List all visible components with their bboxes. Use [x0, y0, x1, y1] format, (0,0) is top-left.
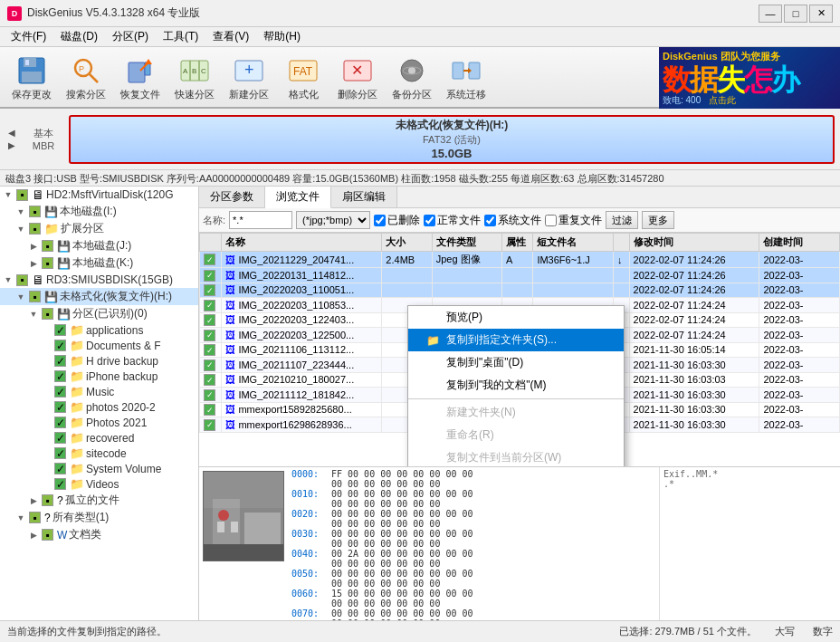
tree-item[interactable]: ▼▪💾本地磁盘(I:): [0, 203, 198, 220]
tree-checkbox[interactable]: ✓: [54, 324, 66, 336]
tree-checkbox[interactable]: ▪: [29, 291, 41, 302]
tree-item[interactable]: ✓📁Music: [0, 384, 198, 399]
recover-files-button[interactable]: 恢复文件: [114, 51, 167, 103]
row-check[interactable]: ✓: [200, 298, 222, 313]
tree-checkbox[interactable]: ▪: [42, 240, 53, 252]
tree-item[interactable]: ▼▪💾分区(已识别)(0): [0, 305, 198, 322]
row-check[interactable]: ✓: [200, 328, 222, 343]
quick-partition-button[interactable]: A B C 快速分区: [168, 51, 221, 103]
file-checkbox[interactable]: ✓: [204, 359, 215, 371]
tab-扇区编辑[interactable]: 扇区编辑: [331, 187, 397, 207]
tree-expand-icon[interactable]: [40, 340, 52, 352]
tree-checkbox[interactable]: ▪: [16, 274, 28, 286]
tree-expand-icon[interactable]: [40, 355, 52, 368]
row-check[interactable]: ✓: [200, 417, 222, 433]
tree-checkbox[interactable]: ▪: [16, 189, 28, 201]
tree-checkbox[interactable]: ✓: [54, 463, 66, 474]
tree-checkbox[interactable]: ▪: [42, 494, 53, 506]
col-created[interactable]: 创建时间: [759, 234, 840, 252]
tree-item[interactable]: ▼▪?所有类型(1): [0, 509, 198, 526]
filter-button[interactable]: 过滤: [606, 211, 638, 229]
col-shortname[interactable]: 短文件名: [533, 234, 614, 252]
tree-checkbox[interactable]: ▪: [29, 223, 41, 235]
name-filter-input[interactable]: [229, 211, 292, 229]
file-checkbox[interactable]: ✓: [204, 284, 215, 296]
tree-expand-icon[interactable]: [40, 370, 52, 383]
col-down[interactable]: [613, 234, 629, 252]
tree-item[interactable]: ✓📁iPhone backup: [0, 369, 198, 384]
tree-item[interactable]: ▶▪W文档类: [0, 526, 198, 543]
menu-item-h[interactable]: 帮助(H): [256, 27, 308, 46]
row-check[interactable]: ✓: [200, 342, 222, 358]
tree-expand-icon[interactable]: ▶: [27, 240, 40, 253]
tab-分区参数[interactable]: 分区参数: [199, 187, 265, 207]
duplicate-checkbox[interactable]: 重复文件: [545, 213, 602, 228]
tree-checkbox[interactable]: ✓: [54, 478, 66, 490]
col-name[interactable]: 名称: [222, 234, 382, 252]
col-attr[interactable]: 属性: [502, 234, 533, 252]
row-check[interactable]: ✓: [200, 283, 222, 298]
file-checkbox[interactable]: ✓: [204, 254, 215, 265]
tree-expand-icon[interactable]: [40, 463, 52, 475]
tree-expand-icon[interactable]: ▶: [27, 494, 40, 507]
tree-item[interactable]: ✓📁photos 2020-2: [0, 399, 198, 415]
tree-item[interactable]: ▶▪💾本地磁盘(J:): [0, 237, 198, 254]
row-check[interactable]: ✓: [200, 358, 222, 373]
tree-expand-icon[interactable]: [40, 386, 52, 398]
maximize-button[interactable]: □: [784, 5, 807, 23]
file-checkbox[interactable]: ✓: [204, 404, 215, 416]
menu-item-t[interactable]: 工具(T): [156, 27, 205, 46]
menu-item-d[interactable]: 磁盘(D): [53, 27, 105, 46]
tree-expand-icon[interactable]: [40, 447, 52, 460]
tree-checkbox[interactable]: ✓: [54, 432, 66, 444]
format-button[interactable]: FAT 格式化: [277, 51, 329, 103]
minimize-button[interactable]: —: [759, 5, 782, 23]
tree-checkbox[interactable]: ✓: [54, 386, 66, 398]
row-check[interactable]: ✓: [200, 388, 222, 403]
tree-checkbox[interactable]: ▪: [42, 257, 53, 269]
context-menu-item[interactable]: 预览(P): [408, 306, 624, 329]
tree-expand-icon[interactable]: ▼: [27, 308, 40, 321]
tree-checkbox[interactable]: ✓: [54, 447, 66, 459]
tree-checkbox[interactable]: ▪: [29, 512, 41, 523]
tab-浏览文件[interactable]: 浏览文件: [265, 187, 331, 208]
nav-right-button[interactable]: ▶: [5, 140, 18, 151]
context-menu-item[interactable]: 复制到"我的文档"(M): [408, 374, 624, 397]
row-check[interactable]: ✓: [200, 268, 222, 283]
save-button[interactable]: 保存更改: [5, 51, 58, 103]
tree-item[interactable]: ▼▪💾未格式化(恢复文件)(H:): [0, 288, 198, 305]
search-partition-button[interactable]: P 搜索分区: [60, 51, 112, 103]
table-row[interactable]: ✓ 🖼 IMG_20211229_204741... 2.4MB Jpeg 图像…: [200, 252, 840, 268]
normal-checkbox[interactable]: 正常文件: [424, 213, 481, 228]
col-modified[interactable]: 修改时间: [629, 234, 759, 252]
row-check[interactable]: ✓: [200, 402, 222, 417]
tree-checkbox[interactable]: ▪: [29, 206, 41, 217]
type-filter-select[interactable]: (*jpg;*bmp): [296, 211, 370, 229]
tree-expand-icon[interactable]: [40, 324, 52, 337]
menu-item-v[interactable]: 查看(V): [205, 27, 256, 46]
tree-expand-icon[interactable]: [40, 401, 52, 414]
tree-checkbox[interactable]: ✓: [54, 401, 66, 413]
file-checkbox[interactable]: ✓: [204, 330, 215, 341]
tree-item[interactable]: ▶▪💾本地磁盘(K:): [0, 254, 198, 272]
row-check[interactable]: ✓: [200, 372, 222, 388]
row-check[interactable]: ✓: [200, 252, 222, 268]
tree-expand-icon[interactable]: ▼: [14, 512, 27, 524]
context-menu-item[interactable]: 📁复制到指定文件夹(S)...: [408, 329, 624, 351]
context-menu-item[interactable]: 复制到"桌面"(D): [408, 351, 624, 374]
tree-item[interactable]: ✓📁Photos 2021: [0, 415, 198, 430]
migrate-system-button[interactable]: 系统迁移: [440, 51, 492, 103]
tree-item[interactable]: ✓📁System Volume: [0, 461, 198, 476]
file-checkbox[interactable]: ✓: [204, 419, 215, 431]
new-partition-button[interactable]: + 新建分区: [223, 51, 275, 103]
close-button[interactable]: ✕: [809, 5, 833, 23]
tree-item[interactable]: ▶▪?孤立的文件: [0, 492, 198, 509]
tree-expand-icon[interactable]: ▼: [14, 206, 27, 218]
tree-expand-icon[interactable]: [40, 432, 52, 445]
file-checkbox[interactable]: ✓: [204, 374, 215, 386]
file-checkbox[interactable]: ✓: [204, 300, 215, 311]
tree-expand-icon[interactable]: ▶: [27, 257, 40, 270]
tree-expand-icon[interactable]: ▼: [2, 273, 14, 286]
tree-item[interactable]: ▼▪🖥HD2:MsftVirtualDisk(120G: [0, 187, 198, 203]
more-button[interactable]: 更多: [642, 211, 674, 229]
